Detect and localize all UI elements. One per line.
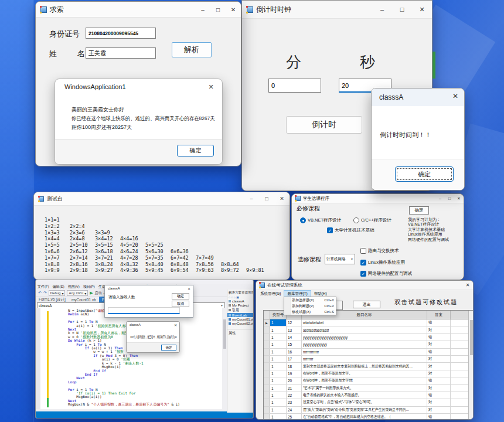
close-icon[interactable]: ✕ <box>462 281 473 290</box>
table-vertical-scrollbar[interactable] <box>468 311 474 420</box>
multiplication-row: 1×5=52×5=103×5=154×5=205×5=25 <box>45 239 287 245</box>
checkbox-linux[interactable]: ✓ Linux操作系统应用 <box>360 260 405 266</box>
ok-button[interactable]: 确定 <box>172 293 189 300</box>
checkbox-computer-base[interactable]: ✓ 大学计算机技术基础 <box>327 227 374 233</box>
close-icon[interactable]: ✕ <box>454 194 464 203</box>
menu-item[interactable]: 编辑(E) <box>51 284 66 290</box>
checkbox-routing[interactable]: 路由与交换技术 <box>360 248 399 254</box>
ok-button[interactable]: 确定 <box>395 166 454 182</box>
cpu-dropdown[interactable]: Any CPU▾ <box>67 290 88 296</box>
close-icon[interactable]: ✕ <box>452 92 458 100</box>
menu-item[interactable]: 添加选择题(X)Ctrl+X <box>284 297 336 303</box>
name-input[interactable] <box>86 47 156 59</box>
countdown-titlebar[interactable]: 倒计时时钟 – □ ✕ <box>242 1 432 19</box>
file-icon <box>229 300 231 302</box>
multiplication-row: 1×9=92×9=183×9=274×9=365×9=456×9=547×9=6… <box>45 264 287 270</box>
table-row[interactable]: 122电子表格的默认的文本输入不能换行。错 <box>264 392 474 399</box>
close-icon[interactable]: ✕ <box>174 323 177 327</box>
table-row[interactable]: 125在“自动套用格式”中，将自动把回车键入的空格左缩进。（错 <box>264 414 474 420</box>
table-row[interactable]: ▶112wtwtwtwtwtwt错 <box>264 319 474 326</box>
msgbox-line2: 你已经在这个地球上快乐的、难过的、高兴而又开心的存在8267天 <box>71 115 215 122</box>
breakpoint-margin[interactable] <box>36 308 40 409</box>
course-titlebar[interactable]: 学生选课程序 – □ ✕ <box>292 194 464 203</box>
ok-button[interactable]: 确定 <box>177 145 214 156</box>
ide-titlebar[interactable] <box>36 280 253 284</box>
double-click-hint: 双击试题可修改试题 <box>394 298 458 307</box>
cell-type: 1 <box>270 334 287 341</box>
table-row[interactable]: 119在Word中，图形不能添加文字。对 <box>264 370 474 377</box>
table-row[interactable]: 114yyyyyyyyyyyyyyyyyyyyyyyyyy错 <box>264 334 474 341</box>
radio-cpp[interactable]: C/C++程序设计 <box>353 217 391 223</box>
document-tab[interactable]: Form1.vb [设计] <box>36 297 69 302</box>
table-row[interactable]: 117rrrrrrrrr对 <box>264 356 474 363</box>
table-row[interactable]: 113asdfasdfasdfasdf对 <box>264 326 474 333</box>
editor-vertical-scrollbar[interactable] <box>222 308 227 409</box>
cancel-button[interactable]: 取消 <box>172 301 189 307</box>
minutes-input[interactable] <box>268 79 321 93</box>
menu-item[interactable]: 系统管理(G) <box>257 291 284 297</box>
tree-item[interactable]: classsA <box>227 299 254 303</box>
question-table[interactable]: 类型号题目名称答案 ▶112wtwtwtwtwtwt错113asdfasdfas… <box>263 310 474 420</box>
tree-item[interactable]: My Project <box>227 303 254 307</box>
redo-icon[interactable]: ↷ <box>43 291 47 295</box>
exit-button[interactable]: 退出 <box>353 301 380 308</box>
table-row[interactable]: 116rrrrrrrrrrrrrr错 <box>264 349 474 356</box>
tree-item[interactable]: myCount02.vb <box>227 321 254 325</box>
tree-item[interactable]: myCount01.vb <box>227 317 254 321</box>
ok-button[interactable]: 确定 <box>409 206 429 215</box>
maximize-icon[interactable]: □ <box>259 192 274 205</box>
close-icon[interactable]: ✕ <box>226 2 241 17</box>
minimize-icon[interactable]: – <box>372 1 392 18</box>
app-icon <box>295 196 301 201</box>
menu-item[interactable]: 文件(F) <box>36 284 51 290</box>
tree-item[interactable]: EventLab <box>227 313 254 317</box>
menu-item[interactable]: 修改试题(X)Ctrl+S <box>284 309 336 315</box>
start-debug-button[interactable]: ▶ <box>90 291 93 295</box>
cell-type: 1 <box>270 363 287 369</box>
checkbox-network[interactable]: ✓ 网络硬件的配置与调试 <box>360 271 412 277</box>
close-icon[interactable]: ✕ <box>206 81 216 92</box>
qiusuo-titlebar[interactable]: 求索 – □ ✕ <box>36 2 241 18</box>
window-course-selector: 学生选课程序 – □ ✕ 必修课程 确定 VB.NET程序设计 C/C++程序设… <box>291 193 464 280</box>
table-row[interactable]: 123设置空心字时，点击“格式”-“字体”-“空心”即可。对 <box>264 399 474 406</box>
minimize-icon[interactable]: – <box>195 2 210 17</box>
maximize-icon[interactable]: □ <box>445 194 454 203</box>
cell-question: 在“自动套用格式”中，将自动把回车键入的空格左缩进。（ <box>302 414 427 420</box>
menu-item-label: 添加选择题(X) <box>292 298 314 303</box>
menu-item[interactable]: 视图(V) <box>66 284 81 290</box>
file-icon <box>229 322 231 325</box>
close-icon[interactable]: ✕ <box>412 1 432 18</box>
close-icon[interactable]: ✕ <box>188 287 190 291</box>
id-number-input[interactable] <box>86 28 156 39</box>
table-row[interactable]: 124用“插入”菜单的“页码”命令和用“页眉页脚”工具栏产生的页码是不同的…对 <box>264 407 474 414</box>
dialog-message: 倒计时时间到！！ <box>380 131 431 139</box>
maximize-icon[interactable]: □ <box>210 2 226 17</box>
table-row[interactable]: 118复制文本就是将选定的文本复制到剪贴板上，然后将其粘贴到文档的其…对 <box>264 363 474 370</box>
ok-button[interactable]: 确定 <box>161 345 176 350</box>
undo-icon[interactable]: ↶ <box>38 291 42 295</box>
minimize-icon[interactable]: – <box>244 192 259 205</box>
close-icon[interactable]: ✕ <box>274 192 290 205</box>
table-row[interactable]: 121“艺术字”属于一种图形效果方式。对 <box>264 385 474 392</box>
table-row[interactable]: 120在Word中，图形不能添加文字tttt错 <box>264 377 474 384</box>
menu-item[interactable]: 帮助(H) <box>311 291 330 297</box>
maximize-icon[interactable]: □ <box>392 1 412 18</box>
elective-combobox[interactable]: 计算机网络 ▼ <box>325 254 355 264</box>
inputbox-text-field[interactable] <box>108 307 180 314</box>
document-tab[interactable]: myCount01.vb <box>69 297 99 302</box>
radio-cpp-label: C/C++程序设计 <box>361 217 391 223</box>
testbench-titlebar[interactable]: 测试台 – □ ✕ <box>34 192 290 206</box>
row-header-cell <box>264 414 270 420</box>
column-header[interactable]: 答案 <box>427 311 451 319</box>
menu-item[interactable]: 项目(P) <box>81 284 97 290</box>
menu-item[interactable]: 添加判断题(V)Ctrl+V <box>284 303 336 309</box>
tree-item[interactable]: 引用 <box>227 307 254 313</box>
table-row[interactable]: 115yyyyyyyyyyyyyy对 <box>264 341 474 348</box>
countdown-start-button[interactable]: 倒计时 <box>286 116 362 134</box>
parse-button[interactable]: 解析 <box>172 42 212 57</box>
inputbox-prompt: 请输入游戏人数 <box>108 295 135 300</box>
minimize-icon[interactable]: – <box>435 194 445 203</box>
radio-vbnet[interactable]: VB.NET程序设计 <box>300 217 341 223</box>
debug-config-dropdown[interactable]: Debug▾ <box>49 290 66 296</box>
exam-titlebar[interactable]: 在线考试管理系统 ✕ <box>256 281 473 290</box>
